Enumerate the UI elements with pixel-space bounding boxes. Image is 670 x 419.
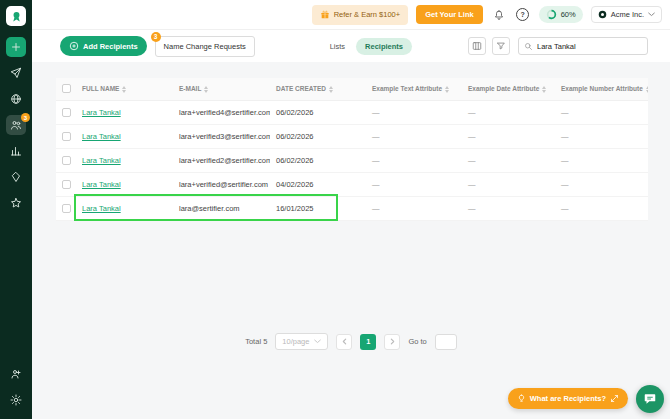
sidebar-item-credentials[interactable] <box>6 167 26 187</box>
top-header: Refer & Earn $100+ Get Your Link ? 60% A… <box>32 0 670 30</box>
recipient-email: lara+verified4@sertifier.com <box>173 100 270 124</box>
add-new-button[interactable] <box>6 37 26 57</box>
chevron-right-icon <box>389 338 396 345</box>
sidebar: 3 <box>0 0 32 419</box>
question-icon: ? <box>516 8 529 21</box>
sort-icon[interactable] <box>204 86 208 93</box>
col-number-attribute[interactable]: Example Number Attribute <box>555 78 648 100</box>
help-button[interactable]: ? <box>515 7 531 23</box>
refer-earn-label: Refer & Earn $100+ <box>334 10 401 19</box>
columns-settings-button[interactable] <box>468 37 486 55</box>
table-row: Lara Tankal lara+verified4@sertifier.com… <box>56 100 648 124</box>
notifications-button[interactable] <box>491 7 507 23</box>
tab-recipients[interactable]: Recipients <box>356 38 412 55</box>
recipient-email: lara+verified3@sertifier.com <box>173 124 270 148</box>
name-change-requests-button[interactable]: 3 Name Change Requests <box>155 36 255 57</box>
what-are-recipients-button[interactable]: What are Recipients? <box>508 388 628 409</box>
add-recipients-label: Add Recipients <box>83 42 138 51</box>
chevron-left-icon <box>341 338 348 345</box>
chevron-down-icon <box>648 12 655 17</box>
text-attribute-value: — <box>366 196 462 220</box>
pagination: Total 5 10/page 1 Go to <box>32 333 670 350</box>
row-checkbox[interactable] <box>62 108 71 117</box>
number-attribute-value: — <box>555 124 648 148</box>
tab-lists[interactable]: Lists <box>323 38 352 55</box>
sidebar-item-settings[interactable] <box>6 390 26 410</box>
prev-page-button[interactable] <box>336 334 352 350</box>
row-checkbox[interactable] <box>62 180 71 189</box>
recipient-name-link[interactable]: Lara Tankal <box>82 180 121 189</box>
page-size-select[interactable]: 10/page <box>275 333 328 350</box>
sort-icon[interactable] <box>445 86 449 93</box>
sidebar-item-analytics[interactable] <box>6 141 26 161</box>
row-checkbox[interactable] <box>62 132 71 141</box>
sidebar-item-recipients[interactable]: 3 <box>6 115 26 135</box>
sort-icon[interactable] <box>122 86 126 93</box>
refer-earn-button[interactable]: Refer & Earn $100+ <box>312 5 409 25</box>
usage-percent: 60% <box>561 10 576 19</box>
sort-icon[interactable] <box>542 86 546 93</box>
goto-page-input[interactable] <box>435 334 457 350</box>
next-page-button[interactable] <box>384 334 400 350</box>
table-row: Lara Tankal lara+verified@sertifier.com … <box>56 172 648 196</box>
usage-progress-pill[interactable]: 60% <box>539 6 583 23</box>
sidebar-item-send[interactable] <box>6 63 26 83</box>
lightbulb-icon <box>517 394 526 403</box>
sort-icon[interactable] <box>646 86 648 93</box>
recipient-name-link[interactable]: Lara Tankal <box>82 108 121 117</box>
recipient-email: lara@sertifier.com <box>173 196 270 220</box>
recipients-table: FULL NAME E-MAIL DATE CREATED Example Te… <box>56 78 648 221</box>
number-attribute-value: — <box>555 100 648 124</box>
text-attribute-value: — <box>366 100 462 124</box>
row-checkbox[interactable] <box>62 156 71 165</box>
sort-icon[interactable] <box>329 86 333 93</box>
sidebar-item-invite[interactable] <box>6 364 26 384</box>
col-text-attribute[interactable]: Example Text Attribute <box>366 78 462 100</box>
recipient-date: 16/01/2025 <box>270 196 366 220</box>
sidebar-item-global[interactable] <box>6 89 26 109</box>
recipient-email: lara+verified@sertifier.com <box>173 172 270 196</box>
org-name: Acme Inc. <box>611 10 644 19</box>
text-attribute-value: — <box>366 148 462 172</box>
recipient-date: 06/02/2026 <box>270 100 366 124</box>
page-number-current[interactable]: 1 <box>360 334 376 350</box>
invite-user-icon <box>10 368 22 380</box>
col-number-attribute-label: Example Number Attribute <box>561 85 643 92</box>
number-attribute-value: — <box>555 172 648 196</box>
search-input[interactable] <box>537 42 642 51</box>
logo-icon <box>10 10 23 23</box>
recipient-name-link[interactable]: Lara Tankal <box>82 204 121 213</box>
filter-button[interactable] <box>492 37 510 55</box>
organization-selector[interactable]: Acme Inc. <box>591 6 662 23</box>
date-attribute-value: — <box>462 100 555 124</box>
table-row: Lara Tankal lara+verified3@sertifier.com… <box>56 124 648 148</box>
bell-icon <box>493 9 505 21</box>
number-attribute-value: — <box>555 196 648 220</box>
plus-circle-icon <box>69 41 79 51</box>
col-date-created[interactable]: DATE CREATED <box>270 78 366 100</box>
plus-icon <box>10 41 22 53</box>
col-date-attribute-label: Example Date Attribute <box>468 85 539 92</box>
bar-chart-icon <box>10 145 22 157</box>
text-attribute-value: — <box>366 124 462 148</box>
col-email[interactable]: E-MAIL <box>173 78 270 100</box>
search-icon <box>524 42 533 51</box>
app-logo[interactable] <box>6 6 26 26</box>
recipient-date: 06/02/2026 <box>270 124 366 148</box>
chat-launcher-button[interactable] <box>636 385 664 413</box>
add-recipients-button[interactable]: Add Recipients <box>60 36 147 56</box>
get-your-link-button[interactable]: Get Your Link <box>416 5 482 24</box>
col-date-attribute[interactable]: Example Date Attribute <box>462 78 555 100</box>
col-full-name[interactable]: FULL NAME <box>76 78 173 100</box>
chevron-down-icon <box>314 339 321 344</box>
recipient-name-link[interactable]: Lara Tankal <box>82 156 121 165</box>
total-count: Total 5 <box>245 337 267 346</box>
recipients-icon <box>10 119 22 131</box>
recipient-name-link[interactable]: Lara Tankal <box>82 132 121 141</box>
select-all-checkbox[interactable] <box>62 84 71 93</box>
table-row: Lara Tankal lara+verified2@sertifier.com… <box>56 148 648 172</box>
row-checkbox[interactable] <box>62 204 71 213</box>
sidebar-item-favorites[interactable] <box>6 193 26 213</box>
diamond-icon <box>10 171 22 183</box>
star-icon <box>10 197 22 209</box>
